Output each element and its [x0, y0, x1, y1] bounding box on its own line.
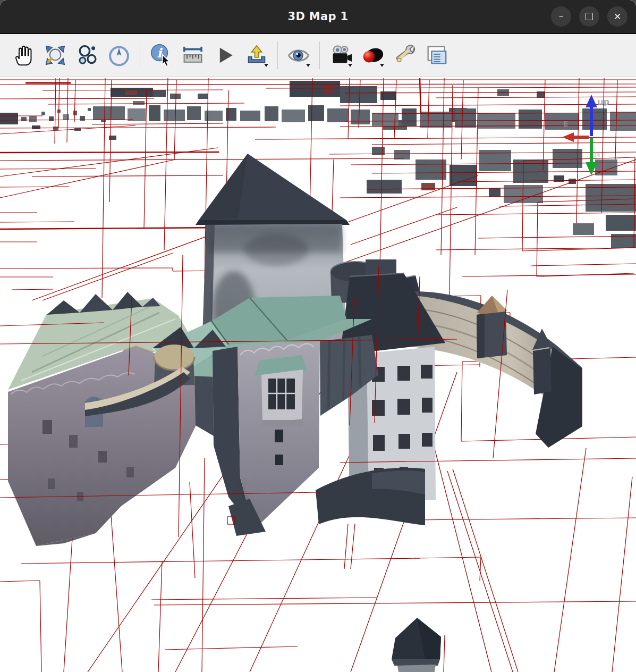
zoom-full-extent-button[interactable] [42, 40, 69, 70]
export-scene-button[interactable] [243, 40, 270, 70]
window-title: 3D Map 1 [288, 10, 349, 23]
play-animation-button[interactable] [211, 40, 238, 70]
dropdown-arrow-icon [380, 64, 384, 67]
compass-north-button[interactable] [106, 40, 132, 70]
toolbar-separator [277, 41, 278, 69]
compass-north-icon [107, 44, 131, 67]
toolbar-separator [319, 41, 320, 69]
dropdown-arrow-icon [264, 64, 268, 67]
app-window: 3D Map 1 – ✕ [0, 0, 636, 672]
close-button[interactable]: ✕ [607, 6, 627, 27]
3d-map-viewport[interactable]: E up N [0, 77, 636, 672]
effects-button[interactable] [359, 40, 386, 70]
toolbar: i [0, 34, 636, 77]
axis-up-label: up [597, 97, 609, 107]
axis-east-label: E [563, 120, 569, 128]
toolbar-separator [140, 41, 140, 69]
bottom-tower [392, 618, 441, 672]
dropdown-arrow-icon [306, 64, 310, 67]
dropdown-arrow-icon [348, 64, 352, 67]
dock-window-icon [424, 43, 448, 68]
identify-info-cursor-icon: i [149, 43, 173, 68]
view-eye-button[interactable] [285, 40, 312, 70]
3d-scene: E up N [0, 77, 636, 672]
configure-button[interactable] [391, 40, 418, 70]
titlebar[interactable]: 3D Map 1 – ✕ [0, 0, 636, 34]
camera-pan-tool-button[interactable] [10, 40, 37, 70]
window-controls: – ✕ [551, 0, 627, 33]
maximize-icon [586, 13, 593, 20]
navigation-circles-icon [75, 44, 99, 67]
castle-3d-model [8, 154, 582, 672]
identify-button[interactable]: i [148, 40, 174, 70]
front-bastion [213, 341, 320, 530]
pan-hand-icon [12, 44, 35, 67]
play-icon [213, 44, 236, 67]
camera-recorder-button[interactable] [327, 40, 354, 70]
maximize-button[interactable] [579, 6, 599, 27]
minimize-button[interactable]: – [551, 6, 571, 27]
navigation-circles-button[interactable] [74, 40, 100, 70]
wrench-icon [392, 43, 417, 68]
measure-button[interactable] [180, 40, 206, 70]
dock-window-button[interactable] [423, 40, 450, 70]
zoom-full-icon [44, 44, 67, 67]
axis-north-label: N [594, 150, 600, 158]
measure-ruler-icon [181, 44, 205, 67]
